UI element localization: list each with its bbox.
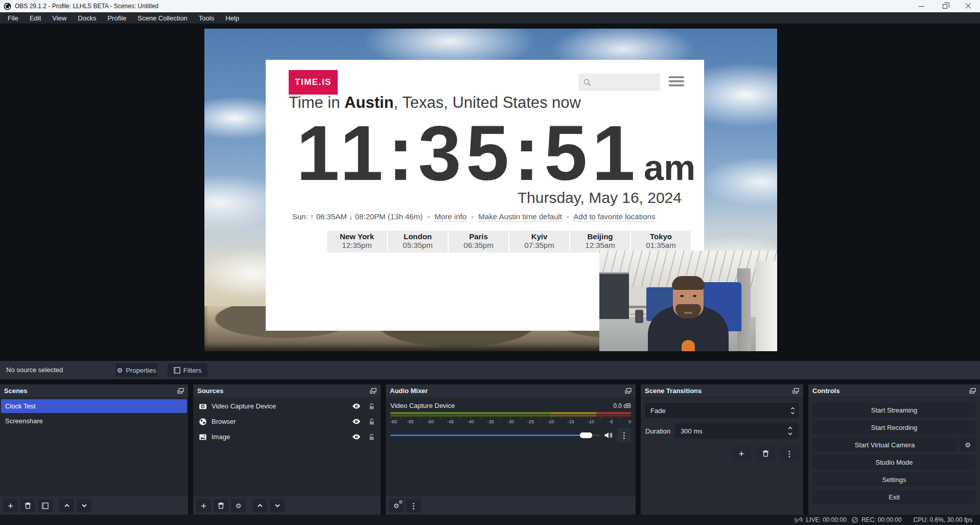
mixer-menu-button[interactable]: ⋮ <box>406 499 421 512</box>
db-tick: -10 <box>588 419 594 424</box>
menu-help[interactable]: Help <box>220 13 245 23</box>
chevron-up-icon <box>790 407 795 410</box>
visibility-eye-icon[interactable] <box>352 403 361 409</box>
remove-transition-button[interactable] <box>756 446 775 461</box>
webcam-glass-wall <box>599 272 629 319</box>
camera-icon <box>199 402 207 410</box>
filters-button[interactable]: Filters <box>168 363 207 377</box>
window-title: OBS 29.1.2 - Profile: LLHLS BETA - Scene… <box>15 3 158 10</box>
duration-label: Duration <box>645 427 670 435</box>
menu-scene-collection[interactable]: Scene Collection <box>132 13 193 23</box>
add-source-button[interactable]: + <box>196 499 211 512</box>
slider-handle[interactable] <box>580 432 592 438</box>
rec-status: REC: 00:00:00 <box>851 516 902 523</box>
combo-arrows <box>787 404 798 417</box>
chevron-up-icon <box>257 504 263 508</box>
source-item-browser[interactable]: Browser <box>194 414 380 429</box>
world-clock-newyork: New York12:35pm <box>327 231 387 253</box>
obs-window: { "window": { "title": "OBS 29.1.2 - Pro… <box>0 0 980 525</box>
dock-area: Scenes Clock Test Screenshare + <box>0 384 980 515</box>
remove-scene-button[interactable] <box>20 499 35 512</box>
popout-icon[interactable] <box>625 388 632 394</box>
visibility-eye-icon[interactable] <box>352 418 361 425</box>
dots-icon: ⋮ <box>786 450 794 458</box>
video-canvas[interactable]: TIME.IS Time in Austin, Texas, United St… <box>204 29 777 351</box>
db-tick: -5 <box>609 419 613 424</box>
city-time: 06:35pm <box>449 241 508 249</box>
scene-item-screenshare[interactable]: Screenshare <box>1 414 187 428</box>
scene-item-clock-test[interactable]: Clock Test <box>1 399 187 413</box>
virtual-camera-settings-button[interactable]: ⚙ <box>960 438 976 452</box>
transition-select[interactable]: Fade <box>645 403 799 418</box>
source-toolbar: No source selected ⚙ Properties Filters <box>0 361 980 379</box>
world-clock-kyiv: Kyiv07:35pm <box>509 231 569 253</box>
sources-list: Video Capture Device Browser <box>193 398 381 496</box>
webcam-person-eye <box>693 295 696 297</box>
scene-filters-button[interactable] <box>38 499 53 512</box>
controls-header: Controls <box>808 384 980 398</box>
transition-properties-button[interactable]: ⋮ <box>780 446 799 461</box>
source-item-image[interactable]: Image <box>194 429 380 444</box>
world-clock-tokyo: Tokyo01:35am <box>631 231 691 253</box>
start-virtual-camera-button[interactable]: Start Virtual Camera <box>812 438 957 452</box>
spin-arrows[interactable] <box>787 426 793 436</box>
plus-icon: + <box>201 501 206 511</box>
exit-button[interactable]: Exit <box>812 490 976 504</box>
move-scene-up-button[interactable] <box>59 499 74 512</box>
more-info-link: More info <box>434 212 466 222</box>
popout-icon[interactable] <box>370 388 377 394</box>
separator: - <box>471 212 474 221</box>
source-properties-button[interactable]: ⚙ <box>231 499 246 512</box>
obs-logo-icon <box>4 3 11 10</box>
add-transition-button[interactable]: + <box>732 446 751 461</box>
minimize-button[interactable] <box>909 0 933 12</box>
webcam-window <box>756 261 777 351</box>
move-source-down-button[interactable] <box>270 499 285 512</box>
city-name: New York <box>327 232 387 241</box>
mute-speaker-icon[interactable] <box>604 431 613 439</box>
source-item-video-capture[interactable]: Video Capture Device <box>194 399 380 414</box>
db-tick: -50 <box>427 419 434 424</box>
menu-tools[interactable]: Tools <box>193 13 220 23</box>
restore-button[interactable] <box>933 0 956 12</box>
popout-icon[interactable] <box>969 388 976 394</box>
duration-spinbox[interactable]: 300 ms <box>675 423 799 439</box>
settings-button[interactable]: Settings <box>812 472 976 487</box>
sun-info-line: Sun: ↑ 06:35AM ↓ 08:20PM (13h 46m) - Mor… <box>292 212 655 221</box>
chevron-down-icon <box>274 504 281 508</box>
close-button[interactable] <box>956 0 980 12</box>
menu-edit[interactable]: Edit <box>24 13 46 23</box>
remove-source-button[interactable] <box>214 499 228 512</box>
studio-mode-button[interactable]: Studio Mode <box>812 455 976 469</box>
city-name: Beijing <box>570 232 630 241</box>
source-label: Video Capture Device <box>212 402 276 410</box>
properties-button[interactable]: ⚙ Properties <box>115 363 157 377</box>
scenes-title: Scenes <box>4 387 28 395</box>
move-scene-down-button[interactable] <box>77 499 91 512</box>
start-recording-button[interactable]: Start Recording <box>812 420 976 435</box>
scene-transitions-panel: Scene Transitions Fade Duration 300 ms <box>641 384 803 515</box>
advanced-audio-button[interactable]: ⚙⚙ <box>389 499 404 512</box>
menu-file[interactable]: File <box>2 13 24 23</box>
live-status: LIVE: 00:00:00 <box>795 516 846 523</box>
sources-panel-header: Sources <box>193 384 381 398</box>
mixer-channel-menu-button[interactable]: ⋮ <box>617 428 631 442</box>
move-source-up-button[interactable] <box>252 499 267 512</box>
city-time: 12:35pm <box>327 241 387 249</box>
db-tick: -40 <box>467 419 474 424</box>
menu-docks[interactable]: Docks <box>72 13 102 23</box>
menu-view[interactable]: View <box>46 13 72 23</box>
volume-slider[interactable] <box>390 429 600 441</box>
controls-body: Start Streaming Start Recording Start Vi… <box>808 398 980 515</box>
restore-icon <box>943 4 947 9</box>
lock-icon[interactable] <box>368 418 375 425</box>
lock-icon[interactable] <box>368 433 375 441</box>
popout-icon[interactable] <box>177 388 184 394</box>
start-streaming-button[interactable]: Start Streaming <box>812 403 976 417</box>
rec-timer: REC: 00:00:00 <box>861 516 902 523</box>
visibility-eye-icon[interactable] <box>352 433 361 440</box>
menu-profile[interactable]: Profile <box>102 13 132 23</box>
lock-icon[interactable] <box>368 403 375 410</box>
add-scene-button[interactable]: + <box>3 499 18 512</box>
popout-icon[interactable] <box>792 388 799 394</box>
